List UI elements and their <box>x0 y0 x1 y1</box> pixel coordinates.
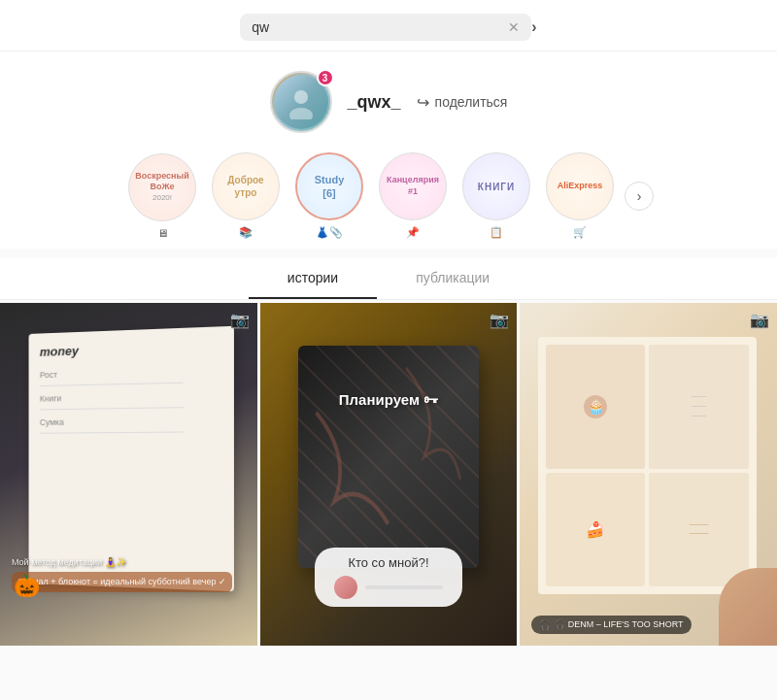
notebook-visual: money Рост Книги Сумка <box>29 326 234 591</box>
highlight-circle-vosk: ВоскресныйВоЖе 2020! <box>128 153 196 221</box>
music-badge: 🎧 🎧 DENM – LIFE'S TOO SHORT <box>531 616 691 634</box>
post-bg-1: money Рост Книги Сумка 📷 Мой метод медит… <box>0 303 257 646</box>
highlight-label-knigi: 📋 <box>490 226 503 239</box>
notification-badge: 3 <box>317 69 334 86</box>
who-bar <box>365 585 443 589</box>
highlight-item-vosk[interactable]: ВоскресныйВоЖе 2020! 🖥 <box>123 153 201 239</box>
camera-icon-3: 📷 <box>750 311 769 329</box>
highlight-circle-study: Study[6] <box>295 152 363 220</box>
notebook-line <box>40 383 184 386</box>
post-1-caption-box: Сериал + блокнот = идеальный субботний в… <box>12 572 232 592</box>
notebook-lines: money Рост Книги Сумка <box>29 326 234 591</box>
planner-cell-1: 🧁 <box>546 345 645 469</box>
search-clear-icon[interactable]: ✕ <box>508 19 520 35</box>
search-bar: ✕ <box>240 14 531 41</box>
post-1-caption-line-1: Мой метод медитации 🧘‍♀️✨ <box>12 557 246 567</box>
highlights-next-button[interactable]: › <box>625 182 654 211</box>
profile-row: 3 _qwx_ ↪ поделиться <box>270 71 508 133</box>
marble-notebook <box>298 346 478 568</box>
highlight-label-kants: 📌 <box>406 226 420 239</box>
who-with-me-box: Кто со мной?! <box>315 548 462 607</box>
avatar-wrapper[interactable]: 3 <box>270 71 332 133</box>
username: _qwx_ <box>348 92 401 113</box>
pumpkin-icon: 🎃 <box>14 574 40 599</box>
share-arrow-icon: ↪ <box>417 93 429 112</box>
notebook-line-3 <box>40 432 184 434</box>
planner-cell-2: ─── ─── ─── <box>649 345 748 469</box>
music-text: 🎧 DENM – LIFE'S TOO SHORT <box>555 619 683 629</box>
planning-label: Планируем 🗝 <box>339 390 438 407</box>
planner-content: 🧁 ─── ─── ─── 🍰 <box>538 337 757 594</box>
share-label: поделиться <box>435 94 508 110</box>
highlight-label-study: 👗📎 <box>316 226 343 239</box>
posts-grid: money Рост Книги Сумка 📷 Мой метод медит… <box>0 303 777 646</box>
search-submit-button[interactable]: › <box>531 14 536 41</box>
post-card-3[interactable]: 🧁 ─── ─── ─── 🍰 <box>520 303 777 646</box>
planner-book: 🧁 ─── ─── ─── 🍰 <box>538 337 757 594</box>
music-note-icon: 🎧 <box>539 619 551 630</box>
svg-point-0 <box>294 90 308 104</box>
person-icon <box>284 84 319 119</box>
tabs-section: истории публикации <box>0 258 777 300</box>
highlight-item-kants[interactable]: Канцелярия#1 📌 <box>374 152 452 239</box>
notebook-label-2: Книги <box>40 390 221 403</box>
highlight-circle-dobroe: Доброеутро <box>212 152 280 220</box>
highlight-item-dobroe[interactable]: Доброеутро 📚 <box>207 152 285 239</box>
notebook-line-2 <box>40 407 184 410</box>
marble-veins <box>298 346 478 568</box>
planner-cell-4: ──── ──── <box>649 473 748 586</box>
profile-section: 3 _qwx_ ↪ поделиться ВоскресныйВоЖе 2020… <box>0 51 777 249</box>
highlight-label-dobroe: 📚 <box>239 226 253 239</box>
planner-cell-3: 🍰 <box>546 473 645 586</box>
share-button[interactable]: ↪ поделиться <box>417 93 508 112</box>
who-with-me-text: Кто со мной?! <box>348 555 428 570</box>
who-with-me-row <box>334 576 443 599</box>
highlight-circle-aliex: AliExpress <box>546 152 614 220</box>
tab-publications[interactable]: публикации <box>377 258 528 299</box>
highlight-label-vosk: 🖥 <box>157 227 168 239</box>
highlight-circle-kants: Канцелярия#1 <box>379 152 447 220</box>
post-bg-2: 📷 Планируем 🗝 Кто со мной?! <box>260 303 518 646</box>
highlight-item-aliex[interactable]: AliExpress 🛒 <box>541 152 619 239</box>
highlight-item-knigi[interactable]: КНИГИ 📋 <box>457 152 535 239</box>
notebook-label-1: Рост <box>40 366 221 381</box>
food-sticker-icon: 🧁 <box>581 392 610 421</box>
svg-text:🧁: 🧁 <box>588 399 605 416</box>
post-card-2[interactable]: 📷 Планируем 🗝 Кто со мной?! <box>260 303 518 646</box>
search-bar-container: ✕ › <box>0 0 777 51</box>
post-1-caption-line-2: Сериал + блокнот = идеальный субботний в… <box>17 577 226 586</box>
svg-point-1 <box>289 108 313 119</box>
post-card-1[interactable]: money Рост Книги Сумка 📷 Мой метод медит… <box>0 303 257 646</box>
search-input[interactable] <box>252 19 500 35</box>
highlight-item-study[interactable]: Study[6] 👗📎 <box>290 152 368 239</box>
notebook-title: money <box>40 339 221 359</box>
post-bg-3: 🧁 ─── ─── ─── 🍰 <box>520 303 777 646</box>
who-avatar <box>334 576 357 599</box>
camera-icon: 📷 <box>230 311 250 329</box>
tab-stories[interactable]: истории <box>249 258 377 299</box>
notebook-label-3: Сумка <box>40 416 221 427</box>
highlight-circle-knigi: КНИГИ <box>462 152 530 220</box>
highlight-label-aliex: 🛒 <box>573 226 587 239</box>
highlights-row: ВоскресныйВоЖе 2020! 🖥 Доброеутро 📚 Stud… <box>104 152 673 239</box>
camera-icon-2: 📷 <box>490 311 509 329</box>
